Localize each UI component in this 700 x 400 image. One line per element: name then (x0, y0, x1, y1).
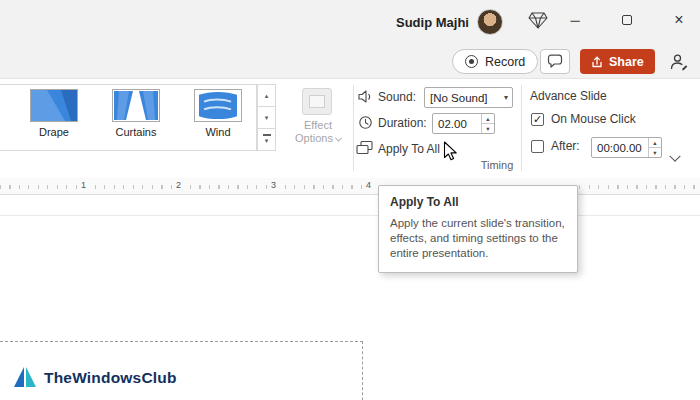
comments-button[interactable] (540, 49, 570, 74)
effect-options-button[interactable]: Effect (283, 119, 353, 131)
ruler-mark: 3 (268, 180, 279, 190)
spin-up-icon[interactable]: ▴ (482, 114, 494, 124)
transition-label: Drape (30, 126, 78, 138)
slide-logo: TheWindowsClub (14, 367, 177, 389)
scroll-up-icon: ▴ (265, 92, 269, 100)
after-label: After: (551, 139, 580, 153)
windowsclub-logo-text: TheWindowsClub (44, 369, 177, 387)
on-mouse-click-label: On Mouse Click (551, 112, 636, 126)
transition-item-curtains[interactable]: Curtains (112, 89, 160, 138)
apply-to-all-button[interactable]: Apply To All (378, 142, 440, 156)
apply-to-all-icon (356, 140, 373, 156)
comment-icon (547, 54, 563, 69)
windowsclub-logo-icon (14, 367, 38, 389)
collapse-ribbon-button[interactable] (664, 150, 686, 168)
timing-group-label: Timing (447, 159, 547, 171)
on-mouse-click-checkbox[interactable]: ✓ (531, 113, 544, 126)
curtains-thumbnail (112, 89, 160, 122)
advance-slide-label: Advance Slide (530, 89, 607, 103)
duration-spinner[interactable]: 02.00 ▴ ▾ (432, 113, 495, 134)
group-separator (521, 85, 522, 171)
transition-item-wind[interactable]: Wind (194, 89, 242, 138)
apply-to-all-tooltip: Apply To All Apply the current slide's t… (378, 185, 578, 273)
spin-down-icon[interactable]: ▾ (482, 124, 494, 133)
duration-label: Duration: (378, 116, 427, 130)
effect-options-label-line2: Options (295, 132, 333, 144)
transition-item-drape[interactable]: Drape (30, 89, 78, 138)
maximize-icon (622, 15, 632, 25)
share-icon (591, 56, 603, 68)
gallery-scroll-down-button[interactable]: ▾ (258, 107, 275, 129)
check-icon: ✓ (533, 114, 542, 125)
sound-value: [No Sound] (430, 92, 504, 104)
spinner-arrows: ▴ ▾ (648, 138, 661, 157)
tooltip-title: Apply To All (390, 195, 566, 209)
gallery-more-button[interactable]: ▾ (258, 129, 275, 150)
sound-icon (358, 90, 373, 104)
spinner-arrows: ▴ ▾ (481, 114, 494, 133)
slide-edge (0, 215, 700, 216)
ruler-mark: 2 (173, 180, 184, 190)
more-arrow-icon: ▾ (265, 137, 269, 145)
maximize-button[interactable] (610, 6, 644, 34)
horizontal-ruler: 1 2 3 4 (0, 178, 700, 195)
premium-diamond-icon[interactable] (528, 12, 548, 29)
spin-up-icon[interactable]: ▴ (649, 138, 661, 148)
duration-value: 02.00 (433, 114, 481, 133)
editing-mode-button[interactable] (668, 51, 690, 73)
chevron-down-icon (335, 135, 342, 142)
group-separator (353, 85, 354, 171)
after-checkbox[interactable] (531, 140, 544, 153)
record-icon (465, 55, 478, 68)
record-label: Record (485, 55, 525, 69)
chevron-down-icon (669, 151, 680, 162)
account-avatar[interactable] (477, 9, 503, 35)
tooltip-body: Apply the current slide's transition, ef… (390, 216, 566, 261)
effect-options-label-line1: Effect (304, 119, 332, 131)
after-time-value: 00:00.00 (592, 138, 648, 157)
share-button[interactable]: Share (580, 49, 655, 74)
minimize-button[interactable]: ─ (558, 6, 592, 34)
gallery-scroll-column: ▴ ▾ ▾ (257, 84, 276, 151)
after-time-spinner[interactable]: 00:00.00 ▴ ▾ (591, 137, 662, 158)
person-edit-icon (670, 53, 689, 72)
drape-thumbnail (30, 89, 78, 122)
transition-label: Curtains (112, 126, 160, 138)
transition-label: Wind (194, 126, 242, 138)
wind-thumbnail (194, 89, 242, 122)
record-button[interactable]: Record (452, 49, 538, 74)
close-icon: × (674, 11, 683, 29)
spin-down-icon[interactable]: ▾ (649, 148, 661, 157)
ruler-mark: 1 (78, 180, 89, 190)
effect-options-button-line2[interactable]: Options (283, 132, 353, 144)
more-bar-icon (263, 134, 271, 136)
duration-clock-icon (358, 115, 373, 130)
sound-dropdown[interactable]: [No Sound] ▾ (424, 87, 513, 108)
close-button[interactable]: × (662, 6, 696, 34)
mouse-cursor (443, 141, 459, 162)
effect-options-icon (302, 88, 332, 115)
scroll-down-icon: ▾ (265, 114, 269, 122)
ruler-mark: 4 (363, 180, 374, 190)
titlebar: Sudip Majhi ─ × Record Share (0, 0, 700, 78)
account-name[interactable]: Sudip Majhi (396, 15, 469, 30)
share-label: Share (609, 55, 644, 69)
dropdown-arrow-icon: ▾ (504, 93, 508, 102)
gallery-scroll-up-button[interactable]: ▴ (258, 85, 275, 107)
sound-label: Sound: (378, 90, 416, 104)
minimize-icon: ─ (570, 13, 579, 28)
